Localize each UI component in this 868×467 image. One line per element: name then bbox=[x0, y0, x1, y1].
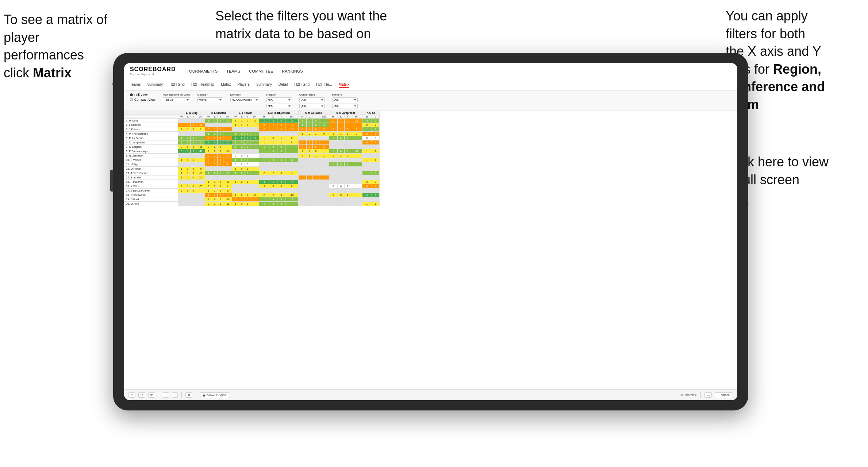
nav-teams[interactable]: TEAMS bbox=[226, 68, 240, 74]
zoom-in-btn[interactable]: + bbox=[172, 392, 178, 398]
tab-h2h-heatmap[interactable]: H2H Heatmap bbox=[191, 82, 214, 88]
tab-summary[interactable]: Summary bbox=[147, 82, 163, 88]
tab-players[interactable]: Players bbox=[238, 82, 250, 88]
matrix-cell: 1 bbox=[218, 132, 223, 136]
matrix-cell bbox=[223, 167, 232, 171]
region-select-y[interactable]: N/A bbox=[266, 104, 292, 108]
region-select-x[interactable]: N/A bbox=[266, 97, 292, 102]
matrix-cell: 0 bbox=[218, 180, 223, 184]
matrix-cell bbox=[298, 167, 306, 171]
matrix-cell bbox=[298, 184, 306, 189]
matrix-cell bbox=[218, 167, 223, 171]
watch-caret: ▾ bbox=[695, 393, 697, 397]
matrix-cell bbox=[306, 189, 312, 193]
matrix-cell: 7 bbox=[285, 202, 298, 206]
matrix-cell: 0 bbox=[313, 145, 319, 149]
matrix-cell bbox=[239, 149, 245, 154]
matrix-cell: 0 bbox=[362, 132, 372, 136]
tab-summary2[interactable]: Summary bbox=[256, 82, 272, 88]
redo-btn[interactable]: ↪ bbox=[138, 392, 145, 398]
nav-rankings[interactable]: RANKINGS bbox=[282, 68, 303, 74]
matrix-cell bbox=[329, 189, 337, 193]
matrix-cell: 2 bbox=[212, 184, 218, 189]
matrix-cell bbox=[319, 162, 329, 167]
matrix-cell: -1 bbox=[285, 171, 298, 175]
matrix-cell bbox=[344, 158, 351, 162]
view-original-btn[interactable]: ◉ View: Original bbox=[200, 392, 230, 398]
matrix-cell: 1 bbox=[306, 140, 312, 145]
refresh-btn[interactable]: ⟳ bbox=[148, 392, 155, 398]
matrix-cell bbox=[338, 202, 345, 206]
matrix-cell: 0 bbox=[277, 123, 285, 127]
matrix-cell bbox=[319, 136, 329, 140]
matrix-cell bbox=[191, 162, 196, 167]
share-icon: ⤴ bbox=[718, 393, 721, 397]
division-select[interactable]: NCAA Division I NCAA Division II NCAA Di… bbox=[230, 97, 259, 102]
matrix-cell: 0 bbox=[239, 140, 245, 145]
matrix-cell: 2 bbox=[372, 180, 379, 184]
conference-select-x[interactable]: (All) bbox=[299, 97, 325, 102]
matrix-cell: 0 bbox=[218, 154, 223, 158]
undo-btn[interactable]: ↩ bbox=[128, 392, 135, 398]
tab-h2hhe[interactable]: H2H He... bbox=[316, 82, 332, 88]
matrix-cell: 3 bbox=[212, 202, 218, 206]
matrix-cell bbox=[351, 202, 362, 206]
matrix-cell: 1 bbox=[178, 158, 185, 162]
matrix-cell: 0 bbox=[218, 193, 223, 197]
tab-teams[interactable]: Teams bbox=[130, 82, 141, 88]
sub-col-t3: T bbox=[245, 115, 250, 119]
matrix-cell bbox=[351, 123, 362, 127]
matrix-cell bbox=[250, 175, 259, 180]
matrix-cell: 0 bbox=[191, 189, 196, 193]
tab-detail[interactable]: Detail bbox=[279, 82, 288, 88]
gender-select[interactable]: Men's Women's bbox=[197, 97, 223, 102]
filter-conference: Conference (All) (All) bbox=[299, 93, 325, 108]
matrix-area[interactable]: 1. W Ding 2. L Clanton 3. J Koivun 4. M … bbox=[124, 111, 737, 395]
matrix-cell: 0 bbox=[212, 197, 218, 202]
screen-btn[interactable]: ⛶ bbox=[704, 392, 712, 398]
tablet-side-button bbox=[110, 170, 113, 192]
full-view-radio[interactable] bbox=[130, 93, 133, 96]
matrix-cell: 0 bbox=[218, 184, 223, 189]
tab-matrix[interactable]: Matrix bbox=[221, 82, 231, 88]
matrix-cell: 0 bbox=[205, 136, 212, 140]
compact-view-option[interactable]: Compact View bbox=[130, 98, 155, 101]
tab-h2h-grid2[interactable]: H2H Grid bbox=[294, 82, 310, 88]
matrix-cell bbox=[191, 180, 196, 184]
matrix-cell bbox=[329, 175, 337, 180]
table-row: 18. C Sherwood1300101-11220-1010145 bbox=[124, 193, 380, 197]
players-select-y[interactable]: (All) bbox=[332, 104, 358, 108]
matrix-cell: 11 bbox=[285, 158, 298, 162]
matrix-cell bbox=[313, 197, 319, 202]
matrix-cell: 0 bbox=[277, 184, 285, 189]
nav-committee[interactable]: COMMITTEE bbox=[249, 68, 273, 74]
nav-tournaments[interactable]: TOURNAMENTS bbox=[187, 68, 218, 74]
table-row: 7. G Sargent200-152201001000103 bbox=[124, 145, 380, 149]
matrix-cell: 1 bbox=[372, 202, 379, 206]
col-header-3: 3. J Koivun bbox=[232, 111, 259, 115]
compact-view-radio[interactable] bbox=[130, 98, 133, 101]
watch-btn[interactable]: 👁 Watch ▾ bbox=[680, 393, 697, 397]
settings-btn[interactable]: ⚙ bbox=[185, 392, 192, 398]
col-header-1: 1. W Ding bbox=[178, 111, 205, 115]
tab-h2h-grid[interactable]: H2H Grid bbox=[169, 82, 185, 88]
share-btn[interactable]: ⤴ Share bbox=[715, 392, 733, 398]
matrix-cell: 0 bbox=[218, 119, 223, 123]
matrix-cell: 0 bbox=[313, 149, 319, 154]
tab-matrix2[interactable]: Matrix bbox=[339, 82, 349, 88]
zoom-out-btn[interactable]: − bbox=[163, 392, 169, 398]
players-select-x[interactable]: (All) bbox=[332, 97, 358, 102]
matrix-cell: 0 bbox=[338, 193, 345, 197]
matrix-cell: 1 bbox=[245, 202, 250, 206]
max-players-select[interactable]: Top 25 Top 10 Top 50 bbox=[163, 97, 190, 102]
full-view-option[interactable]: Full View bbox=[130, 93, 155, 97]
toolbar-sep1 bbox=[159, 392, 159, 398]
matrix-cell: 0 bbox=[269, 158, 277, 162]
table-row: 4. M Thorbjornsen1011001010111001 bbox=[124, 132, 380, 136]
matrix-cell: -19 bbox=[223, 180, 232, 184]
matrix-cell: 0 bbox=[329, 119, 337, 123]
matrix-cell bbox=[239, 184, 245, 189]
conference-select-y[interactable]: (All) bbox=[299, 104, 325, 108]
matrix-cell: 2 bbox=[178, 123, 185, 127]
matrix-cell: 0 bbox=[362, 119, 372, 123]
